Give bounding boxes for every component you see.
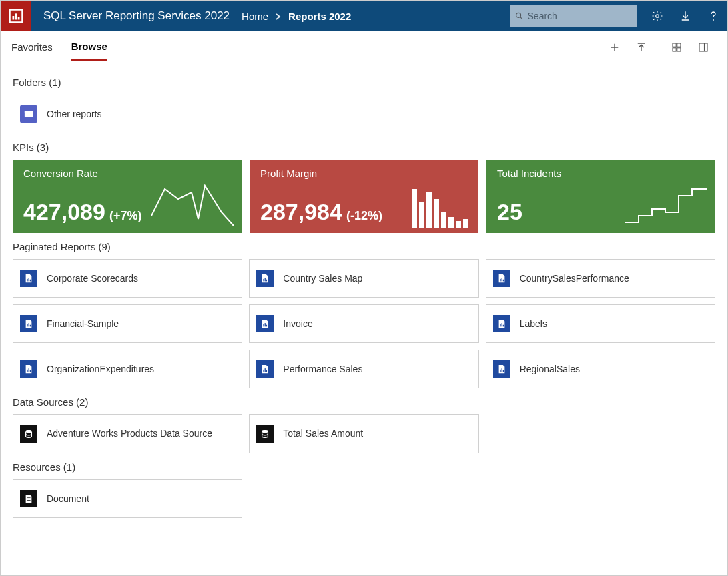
svg-rect-29 [266,280,267,282]
svg-rect-42 [27,370,27,372]
new-button[interactable] [601,34,628,61]
data-sources-section-title: Data Sources (2) [13,396,715,408]
plus-icon [609,41,621,53]
report-item[interactable]: OrganizationExpenditures [13,350,242,388]
tabbar: Favorites Browse [1,31,727,63]
svg-point-51 [26,430,32,433]
kpi-value: 287,984 [260,199,342,225]
tab-favorites[interactable]: Favorites [11,35,53,59]
kpi-value: 25 [497,199,522,225]
upload-icon [635,41,647,53]
report-label: Corporate Scorecards [47,273,138,284]
toolbar [601,34,717,61]
breadcrumb: Home Reports 2022 [242,11,351,22]
report-item[interactable]: Corporate Scorecards [13,259,242,298]
report-label: RegionalSales [520,364,580,374]
database-icon [256,425,274,443]
svg-rect-37 [265,323,266,326]
report-icon [20,360,37,378]
report-label: OrganizationExpenditures [47,364,154,374]
svg-rect-26 [30,280,31,282]
kpi-total-incidents[interactable]: Total Incidents 25 [486,160,715,233]
svg-rect-43 [29,368,29,372]
svg-rect-2 [15,13,17,19]
svg-point-7 [713,19,714,21]
report-item[interactable]: RegionalSales [486,350,715,388]
svg-rect-19 [434,199,439,228]
data-source-label: Total Sales Amount [283,428,363,440]
settings-button[interactable] [643,1,671,31]
svg-rect-1 [13,16,15,20]
svg-rect-9 [677,43,681,47]
svg-rect-27 [264,279,264,282]
kpi-conversion-rate[interactable]: Conversion Rate 427,089 (+7%) [13,160,242,233]
svg-point-4 [516,13,521,17]
svg-point-52 [262,430,268,433]
chart-icon [9,9,23,23]
svg-rect-8 [673,43,676,47]
folders-section-title: Folders (1) [13,77,715,88]
report-label: Performance Sales [283,364,362,374]
tiles-view-button[interactable] [663,34,690,61]
app-title: SQL Server Reporting Services 2022 [31,9,242,23]
svg-rect-30 [500,279,500,282]
tab-browse[interactable]: Browse [71,34,107,61]
svg-rect-38 [266,325,267,327]
svg-rect-3 [18,17,20,20]
resources-grid: Document [13,479,715,518]
report-item[interactable]: CountrySalesPerformance [486,259,715,298]
detail-pane-icon [697,41,709,53]
help-icon [707,10,719,22]
breadcrumb-home[interactable]: Home [242,11,268,22]
details-view-button[interactable] [690,34,717,61]
report-item[interactable]: Labels [486,304,715,343]
report-label: Country Sales Map [283,273,362,284]
reports-grid: Corporate ScorecardsCountry Sales MapCou… [13,259,715,388]
svg-rect-39 [500,324,500,327]
svg-rect-36 [264,324,264,327]
report-label: Financial-Sample [47,318,119,329]
svg-rect-45 [264,370,264,372]
help-button[interactable] [699,1,727,31]
upload-button[interactable] [628,34,655,61]
tiles-icon [671,41,683,53]
sparkbars-icon [385,176,472,229]
report-icon [20,270,37,287]
report-icon [256,270,274,287]
report-item[interactable]: Country Sales Map [249,259,478,298]
report-item[interactable]: Financial-Sample [13,304,242,343]
resource-item[interactable]: Document [13,479,242,518]
svg-rect-18 [426,192,432,228]
svg-rect-25 [29,278,29,281]
svg-rect-10 [673,47,676,51]
content-area: Folders (1) Other reports KPIs (3) Conve… [1,63,727,530]
report-item[interactable]: Performance Sales [249,350,478,388]
search-input[interactable] [528,11,631,21]
search-box[interactable] [510,5,637,27]
svg-line-5 [520,17,522,19]
data-source-label: Adventure Works Products Data Source [47,428,212,440]
download-button[interactable] [671,1,699,31]
folder-item[interactable]: Other reports [13,95,228,133]
svg-rect-17 [419,202,424,228]
kpi-row: Conversion Rate 427,089 (+7%) Profit Mar… [13,160,715,233]
data-source-item[interactable]: Adventure Works Products Data Source [13,414,242,453]
svg-rect-24 [27,279,27,282]
search-icon [515,11,524,21]
folder-icon [20,105,37,123]
toolbar-separator [659,39,659,55]
report-item[interactable]: Invoice [249,304,478,343]
reports-section-title: Paginated Reports (9) [13,241,715,252]
report-icon [256,360,274,378]
svg-rect-22 [456,221,461,228]
svg-rect-11 [677,47,681,51]
svg-rect-28 [265,278,266,281]
svg-rect-35 [30,325,31,327]
download-icon [679,10,691,22]
database-icon [20,425,37,443]
report-icon [20,315,37,332]
data-source-item[interactable]: Total Sales Amount [249,414,478,453]
document-icon [20,490,37,507]
kpi-profit-margin[interactable]: Profit Margin 287,984 (-12%) [250,160,478,233]
app-logo[interactable] [1,1,31,31]
